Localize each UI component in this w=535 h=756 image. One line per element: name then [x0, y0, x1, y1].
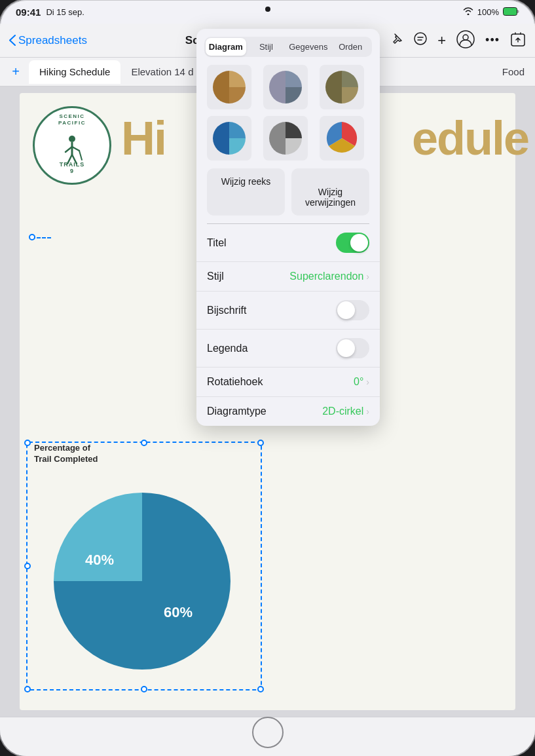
chart-style-1[interactable] — [207, 65, 251, 109]
doc-title-hi: Hi — [121, 111, 166, 165]
stijl-value: Superclarendon › — [289, 271, 369, 282]
status-time: 09:41 — [16, 7, 41, 18]
avatar-icon[interactable] — [456, 30, 475, 51]
ipad-frame: 09:41 Di 15 sep. 100% — [0, 0, 535, 756]
pie-chart: 40% 60% — [34, 480, 250, 683]
chart-format-panel: Diagram Stijl Gegevens Orden — [196, 29, 380, 426]
svg-line-12 — [79, 151, 82, 160]
selection-handle-bl — [24, 686, 31, 692]
svg-point-4 — [463, 35, 468, 40]
add-sheet-button[interactable]: + — [5, 62, 26, 83]
legenda-toggle[interactable] — [336, 338, 369, 358]
logo-circle: SCENICPACIFIC TRAILS9 — [33, 106, 111, 185]
diagramtype-label: Diagramtype — [207, 406, 267, 417]
panel-row-diagramtype[interactable]: Diagramtype 2D-cirkel › — [196, 397, 380, 426]
tab-hiking-schedule[interactable]: Hiking Schedule — [29, 60, 120, 84]
chart-style-4[interactable] — [207, 116, 251, 161]
svg-point-6 — [69, 136, 75, 142]
panel-buttons: Wijzig reeks Wijzigverwijzingen — [196, 168, 380, 223]
chart-style-5[interactable] — [263, 116, 308, 161]
selection-handle-tl — [24, 440, 31, 446]
list-icon[interactable] — [414, 32, 427, 48]
panel-tab-gegevens[interactable]: Gegevens — [286, 38, 330, 56]
bijschrift-toggle[interactable] — [336, 300, 369, 320]
rotatiehoek-value: 0° › — [354, 376, 369, 388]
panel-tab-diagram[interactable]: Diagram — [206, 38, 246, 56]
wifi-icon — [463, 7, 473, 17]
share-icon[interactable] — [510, 31, 526, 50]
back-button[interactable]: Spreadsheets — [9, 34, 87, 47]
edit-refs-button[interactable]: Wijzigverwijzingen — [291, 168, 369, 216]
status-indicators: 100% — [463, 7, 519, 17]
stijl-label: Stijl — [207, 271, 224, 282]
battery-icon — [503, 7, 519, 17]
toggle-thumb — [350, 234, 368, 252]
chart-style-3[interactable] — [320, 65, 364, 109]
chart-style-2[interactable] — [263, 65, 308, 109]
trails-text: TRAILS9 — [49, 162, 95, 175]
panel-row-bijschrift: Bijschrift — [196, 292, 380, 330]
tab-elevation[interactable]: Elevation 14 d — [120, 60, 204, 84]
edit-series-button[interactable]: Wijzig reeks — [207, 168, 285, 216]
status-bar: 09:41 Di 15 sep. 100% — [0, 0, 535, 24]
chart-container[interactable]: Percentage of Trail Completed 40% 60% — [26, 442, 262, 690]
titel-toggle[interactable] — [336, 233, 369, 253]
panel-row-titel: Titel — [196, 224, 380, 262]
logo-area: SCENICPACIFIC TRAILS9 — [33, 106, 111, 185]
doc-title-edule: edule — [412, 111, 528, 165]
panel-tab-stijl[interactable]: Stijl — [246, 38, 287, 56]
chart-styles-grid — [196, 57, 380, 168]
toggle-thumb-3 — [337, 339, 355, 357]
battery-level: 100% — [477, 7, 499, 17]
diagramtype-value: 2D-cirkel › — [322, 406, 369, 417]
home-button[interactable] — [252, 717, 284, 748]
status-date: Di 15 sep. — [46, 7, 84, 17]
svg-point-2 — [415, 33, 426, 45]
selection-handle-br — [257, 686, 264, 692]
toggle-thumb-2 — [337, 301, 355, 319]
toolbar-actions: + ••• — [390, 30, 526, 51]
selection-handle-side — [29, 234, 35, 240]
svg-text:40%: 40% — [85, 552, 114, 568]
bottom-bar — [0, 717, 535, 756]
panel-tab-orden[interactable]: Orden — [330, 38, 371, 56]
panel-row-rotatiehoek[interactable]: Rotatiehoek 0° › — [196, 368, 380, 397]
selection-handle-bm — [141, 686, 147, 692]
rotatiehoek-label: Rotatiehoek — [207, 376, 263, 388]
chart-label: Percentage of Trail Completed — [34, 443, 98, 465]
rotatiehoek-chevron: › — [366, 377, 369, 387]
legenda-label: Legenda — [207, 343, 248, 354]
diagramtype-chevron: › — [366, 406, 369, 417]
stijl-chevron: › — [366, 271, 369, 282]
pin-icon[interactable] — [390, 32, 403, 48]
titel-label: Titel — [207, 237, 227, 249]
top-camera-dot — [265, 7, 270, 12]
panel-row-legenda: Legenda — [196, 330, 380, 368]
more-icon[interactable]: ••• — [485, 33, 500, 47]
panel-tabs: Diagram Stijl Gegevens Orden — [204, 37, 372, 57]
svg-line-9 — [72, 147, 79, 151]
scenic-text: SCENICPACIFIC — [46, 113, 98, 126]
selection-handle-tr — [257, 440, 264, 446]
add-icon[interactable]: + — [437, 32, 446, 49]
selection-handle-ml — [24, 563, 31, 569]
selection-handle-tm — [141, 440, 147, 446]
tab-food[interactable]: Food — [502, 66, 525, 77]
panel-row-stijl[interactable]: Stijl Superclarendon › — [196, 262, 380, 292]
back-label: Spreadsheets — [18, 34, 87, 47]
chart-style-6[interactable] — [320, 116, 364, 161]
svg-text:60%: 60% — [164, 604, 193, 620]
svg-rect-1 — [504, 8, 517, 14]
bijschrift-label: Bijschrift — [207, 305, 246, 316]
